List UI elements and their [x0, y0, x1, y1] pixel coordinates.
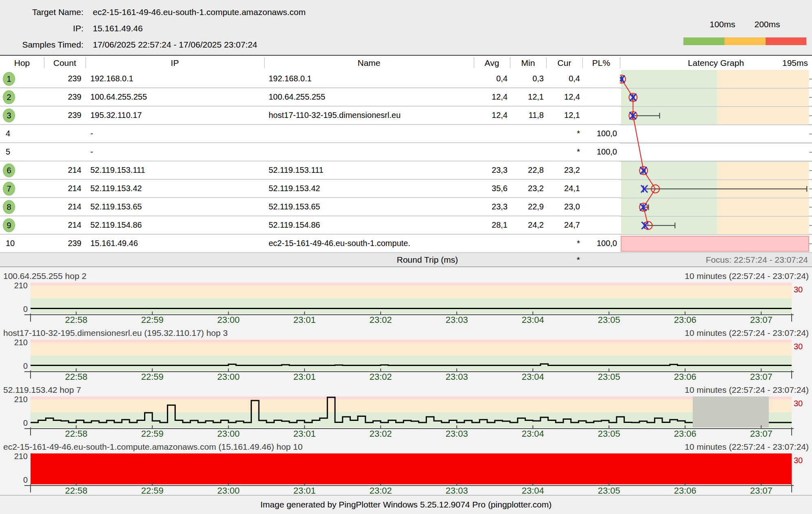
- samples-timed-value: 17/06/2025 22:57:24 - 17/06/2025 23:07:2…: [93, 39, 257, 50]
- cur-cell: 12,1: [546, 107, 580, 124]
- timeline-duration-label: 10 minutes (22:57:24 - 23:07:24): [685, 385, 809, 395]
- no-data-gap: [693, 396, 769, 427]
- total-loss-block: [31, 453, 792, 484]
- time-tick-label: 23:00: [217, 429, 240, 438]
- time-tick-label: 23:07: [750, 315, 773, 324]
- cur-cell: 23,0: [546, 198, 580, 216]
- ip-cell: 192.168.0.1: [90, 70, 261, 87]
- column-header-hop[interactable]: Hop: [0, 56, 44, 70]
- min-cell: 22,8: [510, 161, 544, 179]
- column-header-count[interactable]: Count: [44, 56, 85, 70]
- hop-badge: 6: [3, 163, 15, 177]
- footer-text: Image generated by PingPlotter Windows 5…: [0, 496, 812, 513]
- time-tick-label: 22:58: [65, 429, 88, 438]
- hop-badge: 7: [3, 182, 15, 196]
- target-name-value: ec2-15-161-49-46.eu-south-1.compute.amaz…: [93, 7, 306, 18]
- time-tick-label: 23:04: [522, 486, 544, 495]
- round-trip-label: Round Trip (ms): [358, 253, 497, 266]
- timeline-plot[interactable]: 22:5822:5923:0023:0123:0223:0323:0423:05…: [0, 340, 812, 381]
- cur-cell: *: [546, 125, 580, 142]
- timeline-panel-timeline-hop10[interactable]: ec2-15-161-49-46.eu-south-1.compute.amaz…: [0, 438, 812, 495]
- timeline-duration-label: 10 minutes (22:57:24 - 23:07:24): [685, 328, 809, 338]
- samples-timed-label: Samples Timed:: [0, 39, 83, 50]
- timeline-plot[interactable]: 22:5822:5923:0023:0123:0223:0323:0423:05…: [0, 283, 812, 324]
- column-divider: [44, 57, 44, 68]
- time-tick-label: 23:05: [598, 486, 620, 495]
- cur-cell: *: [546, 235, 580, 252]
- round-trip-star: *: [546, 253, 580, 266]
- time-tick-label: 23:05: [598, 315, 620, 324]
- column-divider: [510, 57, 510, 68]
- column-header-avg[interactable]: Avg: [474, 56, 510, 70]
- focus-range-label: Focus: 22:57:24 - 23:07:24: [706, 253, 808, 266]
- time-tick-label: 22:59: [141, 372, 164, 381]
- column-header-cur[interactable]: Cur: [546, 56, 582, 70]
- ip-cell: 15.161.49.46: [90, 235, 261, 252]
- name-cell: ec2-15-161-49-46.eu-south-1.compute.: [269, 235, 472, 252]
- time-tick-label: 23:01: [293, 372, 316, 381]
- footer: Image generated by PingPlotter Windows 5…: [0, 495, 812, 514]
- time-tick-label: 22:58: [65, 486, 88, 495]
- column-header-pl-[interactable]: PL%: [582, 56, 620, 70]
- time-tick-label: 23:02: [370, 486, 392, 495]
- timeline-panel-timeline-hop7[interactable]: 52.119.153.42 hop 710 minutes (22:57:24 …: [0, 381, 812, 438]
- cur-cell: 24,7: [546, 216, 580, 234]
- time-tick-label: 23:06: [674, 315, 696, 324]
- time-tick-label: 23:03: [446, 429, 468, 438]
- time-tick-label: 23:03: [446, 315, 468, 324]
- name-cell: 52.119.154.86: [269, 216, 472, 234]
- time-tick-label: 23:04: [522, 315, 544, 324]
- column-divider: [620, 57, 620, 68]
- name-cell: 192.168.0.1: [269, 70, 472, 87]
- time-tick-label: 23:03: [446, 372, 468, 381]
- count-cell: 239: [44, 88, 81, 106]
- ip-cell: 100.64.255.255: [90, 88, 261, 106]
- cur-cell: 24,1: [546, 180, 580, 197]
- time-tick-label: 23:06: [674, 486, 696, 495]
- min-cell: 23,2: [510, 180, 544, 197]
- time-tick-label: 23:07: [750, 486, 773, 495]
- column-header-name[interactable]: Name: [264, 56, 474, 70]
- packet-loss-bar: [621, 236, 809, 251]
- time-tick-label: 23:02: [370, 429, 392, 438]
- timeline-title: ec2-15-161-49-46.eu-south-1.compute.amaz…: [3, 442, 302, 452]
- pingplotter-export: Target Name: ec2-15-161-49-46.eu-south-1…: [0, 0, 812, 514]
- time-tick-label: 23:05: [598, 429, 620, 438]
- legend-orange-segment: [724, 37, 766, 45]
- latency-graph[interactable]: [620, 70, 812, 253]
- timeline-title: host17-110-32-195.dimensionesrl.eu (195.…: [3, 328, 228, 338]
- column-divider: [264, 57, 265, 68]
- target-name-label: Target Name:: [0, 7, 83, 18]
- ip-cell: 52.119.154.86: [90, 216, 261, 234]
- ip-cell: 52.119.153.65: [90, 198, 261, 216]
- timeline-panel-timeline-hop3[interactable]: host17-110-32-195.dimensionesrl.eu (195.…: [0, 324, 812, 381]
- ip-cell: 52.119.153.111: [90, 161, 261, 179]
- time-tick-label: 23:07: [750, 372, 773, 381]
- time-tick-label: 23:04: [522, 372, 544, 381]
- timeline-panel-timeline-hop2[interactable]: 100.64.255.255 hop 210 minutes (22:57:24…: [0, 267, 812, 324]
- count-cell: 239: [44, 235, 81, 252]
- time-tick-label: 23:01: [293, 315, 316, 324]
- time-tick-label: 22:59: [141, 429, 164, 438]
- timeline-plot[interactable]: 22:5822:5923:0023:0123:0223:0323:0423:05…: [0, 453, 812, 495]
- time-tick-label: 23:01: [293, 486, 316, 495]
- ip-cell: -: [90, 143, 261, 161]
- name-cell: 52.119.153.111: [269, 161, 472, 179]
- time-tick-label: 23:03: [446, 486, 468, 495]
- hop-number: 5: [6, 143, 10, 161]
- count-cell: 239: [44, 70, 81, 87]
- time-tick-label: 23:07: [750, 429, 773, 438]
- avg-cell: 35,6: [474, 180, 508, 197]
- column-header-ip[interactable]: IP: [85, 56, 264, 70]
- count-cell: 214: [44, 198, 81, 216]
- time-tick-label: 22:58: [65, 372, 88, 381]
- avg-cell: 28,1: [474, 216, 508, 234]
- timeline-plot[interactable]: 22:5822:5923:0023:0123:0223:0323:0423:05…: [0, 396, 812, 438]
- min-cell: 12,1: [510, 88, 544, 106]
- time-tick-label: 22:58: [65, 315, 88, 324]
- hop-badge: 8: [3, 200, 15, 214]
- column-header-min[interactable]: Min: [510, 56, 546, 70]
- ip-cell: 52.119.153.42: [90, 180, 261, 197]
- legend-100ms-label: 100ms: [700, 20, 745, 29]
- avg-cell: 0,4: [474, 70, 508, 87]
